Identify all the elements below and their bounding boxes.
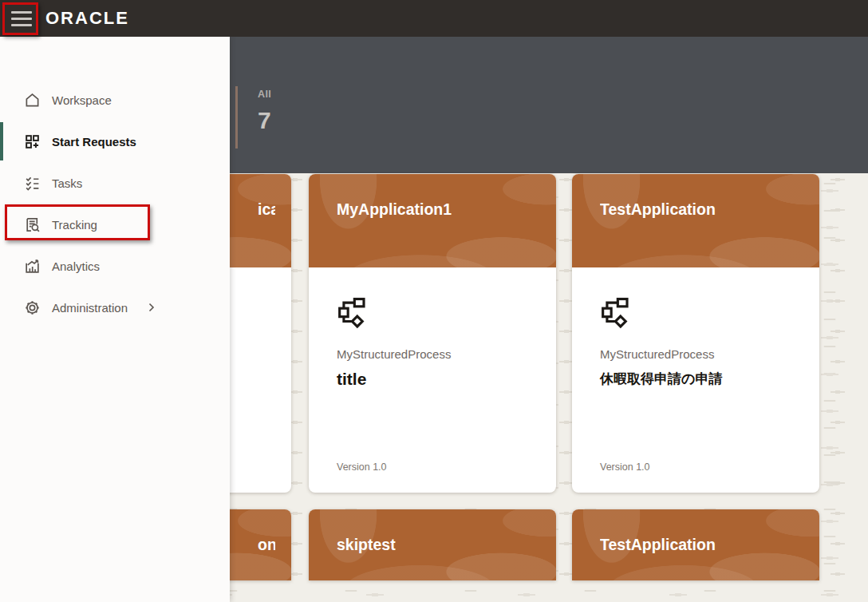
hamburger-icon — [11, 11, 32, 14]
stat-all-label: All — [258, 89, 271, 100]
app-card[interactable]: TestApplication — [572, 509, 819, 580]
process-title[interactable]: 休暇取得申請の申請 — [600, 370, 795, 388]
process-title[interactable]: title — [337, 370, 532, 389]
grid-plus-icon — [24, 133, 41, 150]
app-card-title: TestApplication — [600, 536, 803, 554]
stat-all[interactable]: All 7 — [235, 86, 271, 149]
gear-icon — [24, 299, 41, 316]
app-card[interactable]: MyApplication1 MyStructuredProcess title… — [309, 174, 556, 493]
version-label: Version 1.0 — [337, 461, 387, 473]
top-bar: ORACLE — [0, 0, 868, 37]
hamburger-menu-button[interactable] — [11, 11, 34, 26]
checklist-icon — [24, 175, 41, 192]
sidebar-item-administration[interactable]: Administration — [0, 287, 230, 328]
app-card-header: MyApplication1 — [309, 174, 556, 267]
chevron-right-icon — [148, 303, 155, 312]
app-card-body: MyStructuredProcess title Version 1.0 — [309, 267, 556, 493]
structured-process-icon — [600, 296, 632, 330]
app-card-title: MyApplication1 — [337, 200, 540, 219]
sidebar-item-label: Tasks — [52, 176, 82, 190]
app-card[interactable]: TestApplication MyStructuredProcess 休暇取得… — [572, 174, 819, 493]
stat-all-count: 7 — [258, 107, 271, 134]
process-name: MyStructuredProcess — [600, 347, 795, 361]
sidebar-item-analytics[interactable]: Analytics — [0, 245, 230, 287]
oracle-logo: ORACLE — [45, 8, 129, 29]
sidebar-item-label: Workspace — [52, 93, 112, 107]
sidebar-item-tracking[interactable]: Tracking — [0, 204, 230, 245]
document-search-icon — [24, 216, 41, 233]
sidebar-item-label: Start Requests — [52, 135, 136, 149]
chart-icon — [24, 258, 41, 275]
app-card-body: MyStructuredProcess 休暇取得申請の申請 Version 1.… — [572, 267, 819, 493]
process-name: MyStructuredProcess — [337, 347, 532, 361]
sidebar-item-tasks[interactable]: Tasks — [0, 162, 230, 204]
sidebar-item-workspace[interactable]: Workspace — [0, 79, 230, 121]
app-card-title: skiptest — [337, 536, 540, 554]
sidebar-item-start-requests[interactable]: Start Requests — [0, 121, 230, 162]
app-card-header: TestApplication — [572, 509, 819, 580]
app-card-header: TestApplication — [572, 174, 819, 267]
app-card-title: TestApplication — [600, 200, 803, 219]
app-card[interactable]: skiptest — [309, 509, 556, 580]
app-window: All 7 icat MyApplication1 MyStructuredPr… — [0, 0, 868, 602]
sidebar-item-label: Analytics — [52, 259, 100, 273]
home-icon — [24, 92, 41, 109]
structured-process-icon — [337, 296, 369, 330]
app-card-header: skiptest — [309, 509, 556, 580]
version-label: Version 1.0 — [600, 461, 650, 473]
sidebar-item-label: Tracking — [52, 218, 97, 232]
sidebar-item-label: Administration — [52, 301, 128, 315]
sidebar: Workspace Start Requests — [0, 37, 230, 602]
